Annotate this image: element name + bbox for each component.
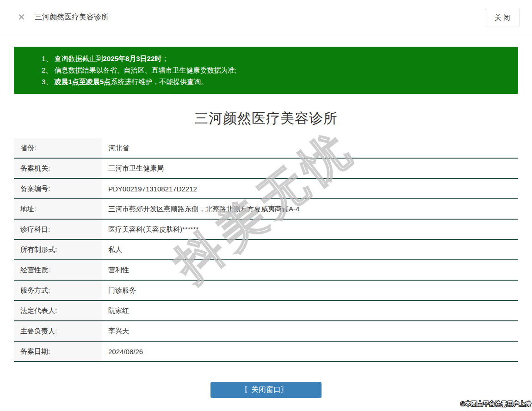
table-row: 备案机关:三河市卫生健康局	[14, 159, 518, 179]
row-label: 备案编号:	[14, 179, 102, 198]
table-row: 地址:三河市燕郊开发区燕顺路东侧，北蔡路北侧东方夏威夷商铺A-4	[14, 199, 518, 220]
row-value: 李兴天	[102, 321, 518, 341]
row-label: 经营性质:	[14, 260, 102, 280]
row-label: 备案机关:	[14, 159, 102, 178]
info-table: 省份:河北省备案机关:三河市卫生健康局备案编号:PDY0021971310821…	[14, 138, 518, 362]
row-label: 省份:	[14, 138, 102, 158]
upload-credit: ©本图由平台注册用户上传	[460, 400, 531, 408]
row-value: 私人	[102, 240, 518, 259]
table-row: 备案编号:PDY00219713108217D2212	[14, 179, 518, 199]
row-label: 所有制形式:	[14, 240, 102, 259]
table-row: 备案日期:2024/08/26	[14, 342, 518, 362]
notice-line: 3、 凌晨1点至凌晨5点系统进行维护，不能提供查询。	[42, 76, 509, 87]
row-value: 三河市卫生健康局	[102, 159, 518, 178]
window-header: ✕ 三河颜然医疗美容诊所 关 闭	[0, 0, 532, 35]
table-row: 诊疗科目:医疗美容科(美容皮肤科)******	[14, 220, 518, 240]
row-value: 门诊服务	[102, 281, 518, 300]
row-label: 法定代表人:	[14, 301, 102, 320]
row-label: 服务方式:	[14, 281, 102, 300]
row-value: 阮家红	[102, 301, 518, 320]
row-value: 医疗美容科(美容皮肤科)******	[102, 220, 518, 239]
notice-line: 1、 查询数据截止到2025年8月3日22时；	[42, 53, 509, 64]
close-button[interactable]: 关 闭	[485, 9, 520, 26]
table-row: 法定代表人:阮家红	[14, 301, 518, 321]
table-row: 主要负责人:李兴天	[14, 321, 518, 342]
page-title: 三河颜然医疗美容诊所	[0, 109, 532, 128]
table-row: 省份:河北省	[14, 138, 518, 159]
notice-banner: 1、 查询数据截止到2025年8月3日22时；2、 信息数据结果以各省、自治区、…	[14, 47, 518, 94]
close-icon[interactable]: ✕	[18, 12, 25, 22]
table-row: 所有制形式:私人	[14, 240, 518, 260]
close-window-button[interactable]: 〖关闭窗口〗	[210, 382, 322, 398]
row-value: 三河市燕郊开发区燕顺路东侧，北蔡路北侧东方夏威夷商铺A-4	[102, 199, 518, 219]
table-row: 经营性质:营利性	[14, 260, 518, 281]
row-label: 主要负责人:	[14, 321, 102, 341]
row-value: 营利性	[102, 260, 518, 280]
table-row: 服务方式:门诊服务	[14, 281, 518, 301]
window-title: 三河颜然医疗美容诊所	[35, 12, 109, 22]
notice-line: 2、 信息数据结果以各省、自治区、直辖市卫生健康委数据为准;	[42, 64, 509, 76]
row-label: 诊疗科目:	[14, 220, 102, 239]
row-label: 地址:	[14, 199, 102, 219]
row-value: 2024/08/26	[102, 342, 518, 361]
row-label: 备案日期:	[14, 342, 102, 361]
row-value: 河北省	[102, 138, 518, 158]
row-value: PDY00219713108217D2212	[102, 179, 518, 198]
